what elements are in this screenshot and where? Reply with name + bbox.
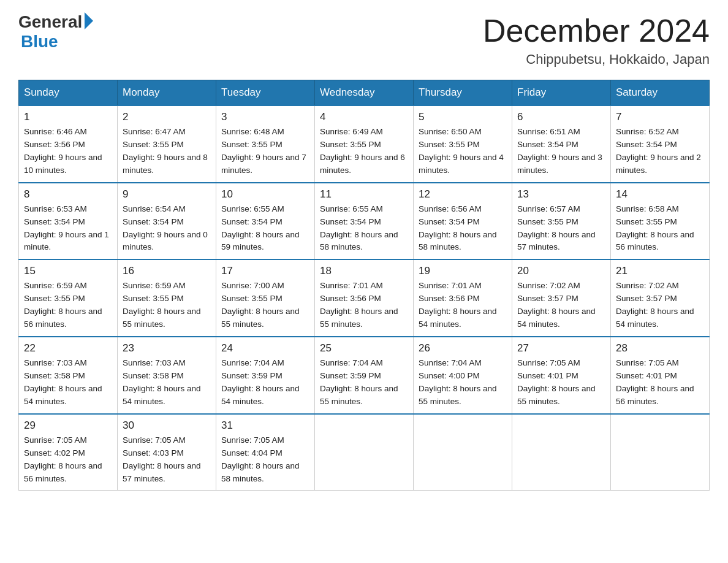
day-info: Sunrise: 6:55 AM Sunset: 3:54 PM Dayligh… (221, 203, 309, 255)
calendar-table: SundayMondayTuesdayWednesdayThursdayFrid… (18, 80, 710, 491)
day-number: 19 (419, 265, 507, 277)
day-number: 10 (221, 188, 309, 201)
calendar-cell: 14 Sunrise: 6:58 AM Sunset: 3:55 PM Dayl… (611, 183, 710, 260)
day-info: Sunrise: 7:05 AM Sunset: 4:02 PM Dayligh… (24, 434, 112, 486)
day-number: 18 (320, 265, 408, 277)
day-number: 8 (24, 188, 112, 201)
day-number: 22 (24, 342, 112, 354)
calendar-cell (512, 414, 611, 491)
day-info: Sunrise: 7:02 AM Sunset: 3:57 PM Dayligh… (616, 280, 704, 331)
calendar-cell: 17 Sunrise: 7:00 AM Sunset: 3:55 PM Dayl… (216, 259, 315, 337)
calendar-cell: 22 Sunrise: 7:03 AM Sunset: 3:58 PM Dayl… (19, 337, 118, 414)
day-number: 21 (616, 265, 704, 277)
calendar-header-row: SundayMondayTuesdayWednesdayThursdayFrid… (19, 80, 710, 106)
calendar-cell: 21 Sunrise: 7:02 AM Sunset: 3:57 PM Dayl… (611, 259, 710, 337)
calendar-cell: 6 Sunrise: 6:51 AM Sunset: 3:54 PM Dayli… (512, 105, 611, 183)
day-number: 6 (517, 111, 605, 123)
header-saturday: Saturday (611, 80, 710, 106)
day-number: 28 (616, 342, 704, 354)
day-number: 31 (221, 419, 309, 432)
day-number: 12 (419, 188, 507, 201)
day-info: Sunrise: 6:57 AM Sunset: 3:55 PM Dayligh… (517, 203, 605, 255)
day-info: Sunrise: 6:59 AM Sunset: 3:55 PM Dayligh… (123, 280, 211, 331)
header-thursday: Thursday (414, 80, 512, 106)
calendar-cell: 16 Sunrise: 6:59 AM Sunset: 3:55 PM Dayl… (118, 259, 216, 337)
day-number: 15 (24, 265, 112, 277)
day-info: Sunrise: 6:46 AM Sunset: 3:56 PM Dayligh… (24, 126, 112, 177)
calendar-cell (611, 414, 710, 491)
day-info: Sunrise: 6:52 AM Sunset: 3:54 PM Dayligh… (616, 126, 704, 177)
calendar-week-row: 22 Sunrise: 7:03 AM Sunset: 3:58 PM Dayl… (19, 337, 710, 414)
day-number: 9 (123, 188, 211, 201)
day-info: Sunrise: 7:05 AM Sunset: 4:04 PM Dayligh… (221, 434, 309, 486)
day-number: 3 (221, 111, 309, 123)
day-info: Sunrise: 6:51 AM Sunset: 3:54 PM Dayligh… (517, 126, 605, 177)
header-tuesday: Tuesday (216, 80, 315, 106)
day-info: Sunrise: 7:05 AM Sunset: 4:03 PM Dayligh… (123, 434, 211, 486)
day-number: 7 (616, 111, 704, 123)
calendar-cell: 3 Sunrise: 6:48 AM Sunset: 3:55 PM Dayli… (216, 105, 315, 183)
calendar-cell: 12 Sunrise: 6:56 AM Sunset: 3:54 PM Dayl… (414, 183, 512, 260)
month-title: December 2024 (483, 12, 710, 49)
day-number: 23 (123, 342, 211, 354)
calendar-cell: 1 Sunrise: 6:46 AM Sunset: 3:56 PM Dayli… (19, 105, 118, 183)
day-number: 2 (123, 111, 211, 123)
day-number: 16 (123, 265, 211, 277)
calendar-cell (414, 414, 512, 491)
header-sunday: Sunday (19, 80, 118, 106)
calendar-cell: 24 Sunrise: 7:04 AM Sunset: 3:59 PM Dayl… (216, 337, 315, 414)
day-info: Sunrise: 6:53 AM Sunset: 3:54 PM Dayligh… (24, 203, 112, 255)
day-info: Sunrise: 6:55 AM Sunset: 3:54 PM Dayligh… (320, 203, 408, 255)
calendar-cell: 29 Sunrise: 7:05 AM Sunset: 4:02 PM Dayl… (19, 414, 118, 491)
location: Chippubetsu, Hokkaido, Japan (483, 52, 710, 67)
day-info: Sunrise: 7:03 AM Sunset: 3:58 PM Dayligh… (123, 357, 211, 408)
day-number: 11 (320, 188, 408, 201)
day-info: Sunrise: 7:01 AM Sunset: 3:56 PM Dayligh… (419, 280, 507, 331)
calendar-cell: 11 Sunrise: 6:55 AM Sunset: 3:54 PM Dayl… (315, 183, 414, 260)
calendar-cell: 8 Sunrise: 6:53 AM Sunset: 3:54 PM Dayli… (19, 183, 118, 260)
day-info: Sunrise: 7:04 AM Sunset: 3:59 PM Dayligh… (221, 357, 309, 408)
calendar-cell: 13 Sunrise: 6:57 AM Sunset: 3:55 PM Dayl… (512, 183, 611, 260)
day-info: Sunrise: 6:48 AM Sunset: 3:55 PM Dayligh… (221, 126, 309, 177)
day-number: 29 (24, 419, 112, 432)
day-info: Sunrise: 6:49 AM Sunset: 3:55 PM Dayligh… (320, 126, 408, 177)
calendar-cell: 2 Sunrise: 6:47 AM Sunset: 3:55 PM Dayli… (118, 105, 216, 183)
calendar-cell: 15 Sunrise: 6:59 AM Sunset: 3:55 PM Dayl… (19, 259, 118, 337)
day-number: 25 (320, 342, 408, 354)
calendar-cell: 9 Sunrise: 6:54 AM Sunset: 3:54 PM Dayli… (118, 183, 216, 260)
day-info: Sunrise: 6:54 AM Sunset: 3:54 PM Dayligh… (123, 203, 211, 255)
calendar-cell: 18 Sunrise: 7:01 AM Sunset: 3:56 PM Dayl… (315, 259, 414, 337)
day-number: 4 (320, 111, 408, 123)
calendar-cell: 26 Sunrise: 7:04 AM Sunset: 4:00 PM Dayl… (414, 337, 512, 414)
header-monday: Monday (118, 80, 216, 106)
logo-blue-text: Blue (21, 32, 58, 52)
day-number: 13 (517, 188, 605, 201)
day-info: Sunrise: 7:02 AM Sunset: 3:57 PM Dayligh… (517, 280, 605, 331)
day-number: 14 (616, 188, 704, 201)
calendar-cell: 4 Sunrise: 6:49 AM Sunset: 3:55 PM Dayli… (315, 105, 414, 183)
day-info: Sunrise: 6:50 AM Sunset: 3:55 PM Dayligh… (419, 126, 507, 177)
day-info: Sunrise: 7:04 AM Sunset: 3:59 PM Dayligh… (320, 357, 408, 408)
calendar-cell: 27 Sunrise: 7:05 AM Sunset: 4:01 PM Dayl… (512, 337, 611, 414)
day-info: Sunrise: 6:58 AM Sunset: 3:55 PM Dayligh… (616, 203, 704, 255)
calendar-cell: 19 Sunrise: 7:01 AM Sunset: 3:56 PM Dayl… (414, 259, 512, 337)
day-info: Sunrise: 7:03 AM Sunset: 3:58 PM Dayligh… (24, 357, 112, 408)
logo-arrow-icon (85, 12, 93, 29)
header-friday: Friday (512, 80, 611, 106)
title-section: December 2024 Chippubetsu, Hokkaido, Jap… (483, 12, 710, 67)
day-number: 24 (221, 342, 309, 354)
logo-general-text: General (18, 12, 82, 32)
day-info: Sunrise: 6:56 AM Sunset: 3:54 PM Dayligh… (419, 203, 507, 255)
calendar-cell: 28 Sunrise: 7:05 AM Sunset: 4:01 PM Dayl… (611, 337, 710, 414)
header-wednesday: Wednesday (315, 80, 414, 106)
calendar-cell: 25 Sunrise: 7:04 AM Sunset: 3:59 PM Dayl… (315, 337, 414, 414)
day-info: Sunrise: 7:05 AM Sunset: 4:01 PM Dayligh… (616, 357, 704, 408)
calendar-cell (315, 414, 414, 491)
calendar-week-row: 15 Sunrise: 6:59 AM Sunset: 3:55 PM Dayl… (19, 259, 710, 337)
day-info: Sunrise: 7:04 AM Sunset: 4:00 PM Dayligh… (419, 357, 507, 408)
calendar-cell: 7 Sunrise: 6:52 AM Sunset: 3:54 PM Dayli… (611, 105, 710, 183)
calendar-cell: 31 Sunrise: 7:05 AM Sunset: 4:04 PM Dayl… (216, 414, 315, 491)
calendar-week-row: 8 Sunrise: 6:53 AM Sunset: 3:54 PM Dayli… (19, 183, 710, 260)
page-header: General Blue December 2024 Chippubetsu, … (18, 12, 710, 67)
calendar-cell: 10 Sunrise: 6:55 AM Sunset: 3:54 PM Dayl… (216, 183, 315, 260)
